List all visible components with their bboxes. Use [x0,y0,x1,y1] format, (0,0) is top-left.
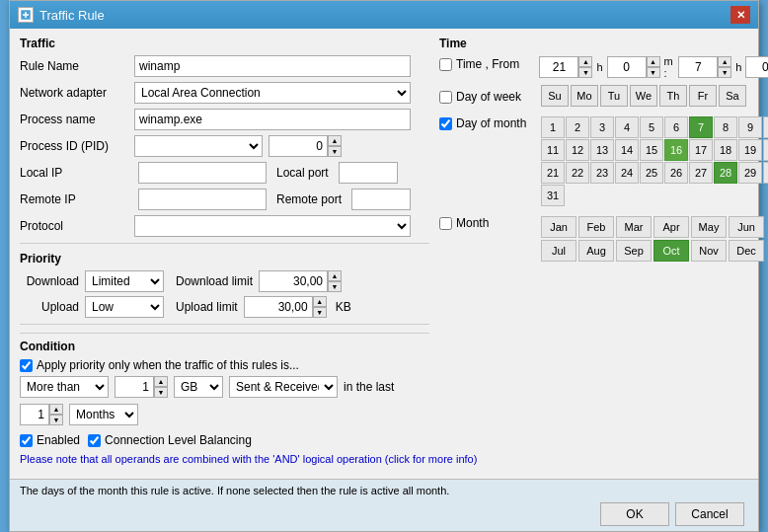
connection-balance-checkbox[interactable] [88,434,101,447]
cal-day-13[interactable]: 13 [590,139,614,161]
month-jun[interactable]: Jun [729,216,764,238]
month-jul[interactable]: Jul [541,240,576,262]
month-sep[interactable]: Sep [616,240,652,262]
rule-name-input[interactable] [134,55,411,77]
time-h1-input[interactable] [539,56,578,78]
condition-last-input[interactable] [20,404,49,425]
time-m1-input[interactable] [607,56,647,78]
month-feb[interactable]: Feb [578,216,614,238]
cal-day-12[interactable]: 12 [566,139,589,161]
month-aug[interactable]: Aug [578,240,614,262]
cal-day-30[interactable]: 30 [763,162,768,184]
cal-day-4[interactable]: 4 [615,116,639,138]
enabled-checkbox[interactable] [20,434,33,447]
upload-type-select[interactable]: Low [85,296,164,318]
cal-day-3[interactable]: 3 [590,116,614,138]
cal-day-28[interactable]: 28 [714,162,737,184]
pid-down-button[interactable]: ▼ [328,146,342,157]
cal-day-7[interactable]: 7 [689,116,713,138]
cal-day-19[interactable]: 19 [738,139,762,161]
cal-day-17[interactable]: 17 [689,139,713,161]
unit-select[interactable]: GB [174,376,223,398]
upload-up-button[interactable]: ▲ [313,296,327,307]
dow-tu[interactable]: Tu [600,85,628,107]
last-up-button[interactable]: ▲ [49,404,63,415]
pid-up-button[interactable]: ▲ [328,135,342,146]
process-id-select[interactable] [134,135,263,157]
cal-day-11[interactable]: 11 [541,139,565,161]
dow-th[interactable]: Th [659,85,687,107]
cal-day-26[interactable]: 26 [664,162,688,184]
cal-day-21[interactable]: 21 [541,162,565,184]
cal-day-29[interactable]: 29 [738,162,762,184]
cal-day-24[interactable]: 24 [615,162,639,184]
month-checkbox[interactable] [439,217,452,230]
pid-input[interactable] [269,135,328,157]
amount-up-button[interactable]: ▲ [154,376,168,387]
download-down-button[interactable]: ▼ [328,281,342,292]
period-select[interactable]: Months [69,404,138,425]
process-name-input[interactable] [134,109,411,130]
time-h1-up[interactable]: ▲ [578,56,592,67]
month-apr[interactable]: Apr [653,216,689,238]
time-m2-input[interactable] [745,56,768,78]
dom-checkbox[interactable] [439,117,452,130]
network-adapter-select[interactable]: Local Area Connection [134,82,411,104]
upload-down-button[interactable]: ▼ [313,307,327,318]
dow-su[interactable]: Su [541,85,569,107]
condition-amount-input[interactable] [115,376,154,398]
local-port-input[interactable] [339,162,398,184]
dow-checkbox[interactable] [439,91,452,104]
download-limit-input[interactable] [259,270,328,292]
direction-select[interactable]: Sent & Received [229,376,338,398]
ok-button[interactable]: OK [600,502,669,526]
cal-day-8[interactable]: 8 [714,116,737,138]
cal-day-31[interactable]: 31 [541,185,565,206]
amount-down-button[interactable]: ▼ [154,387,168,398]
cal-day-25[interactable]: 25 [640,162,663,184]
condition-type-select[interactable]: More than [20,376,109,398]
dow-sa[interactable]: Sa [719,85,746,107]
cal-day-6[interactable]: 6 [664,116,688,138]
download-type-select[interactable]: Limited [85,270,164,292]
cal-day-15[interactable]: 15 [640,139,663,161]
cal-day-18[interactable]: 18 [714,139,737,161]
last-down-button[interactable]: ▼ [49,415,63,425]
time-h2-down[interactable]: ▼ [718,67,731,78]
month-nov[interactable]: Nov [691,240,727,262]
month-may[interactable]: May [691,216,727,238]
cal-day-16[interactable]: 16 [664,139,688,161]
cal-day-23[interactable]: 23 [590,162,614,184]
cal-day-5[interactable]: 5 [640,116,663,138]
cal-day-14[interactable]: 14 [615,139,639,161]
month-jan[interactable]: Jan [541,216,576,238]
time-from-checkbox[interactable] [439,58,452,71]
remote-port-input[interactable] [351,189,411,210]
dow-fr[interactable]: Fr [689,85,717,107]
month-oct[interactable]: Oct [653,240,689,262]
time-h2-up[interactable]: ▲ [718,56,731,67]
apply-condition-checkbox[interactable] [20,359,33,372]
month-dec[interactable]: Dec [729,240,764,262]
upload-limit-input[interactable] [244,296,313,318]
remote-ip-input[interactable] [138,189,267,210]
info-text[interactable]: Please note that all operands are combin… [20,453,748,465]
time-m1-down[interactable]: ▼ [647,67,660,78]
month-mar[interactable]: Mar [616,216,652,238]
time-m1-up[interactable]: ▲ [647,56,660,67]
local-ip-input[interactable] [138,162,267,184]
cal-day-22[interactable]: 22 [566,162,589,184]
cal-day-20[interactable]: 20 [763,139,768,161]
time-h1-down[interactable]: ▼ [578,67,592,78]
download-up-button[interactable]: ▲ [328,270,342,281]
close-button[interactable]: ✕ [730,6,750,24]
cancel-button[interactable]: Cancel [675,502,744,526]
dow-we[interactable]: We [630,85,657,107]
cal-day-9[interactable]: 9 [738,116,762,138]
cal-day-2[interactable]: 2 [566,116,589,138]
time-h2-input[interactable] [678,56,718,78]
dow-mo[interactable]: Mo [571,85,598,107]
cal-day-27[interactable]: 27 [689,162,713,184]
protocol-select[interactable] [134,215,411,237]
cal-day-10[interactable]: 10 [763,116,768,138]
